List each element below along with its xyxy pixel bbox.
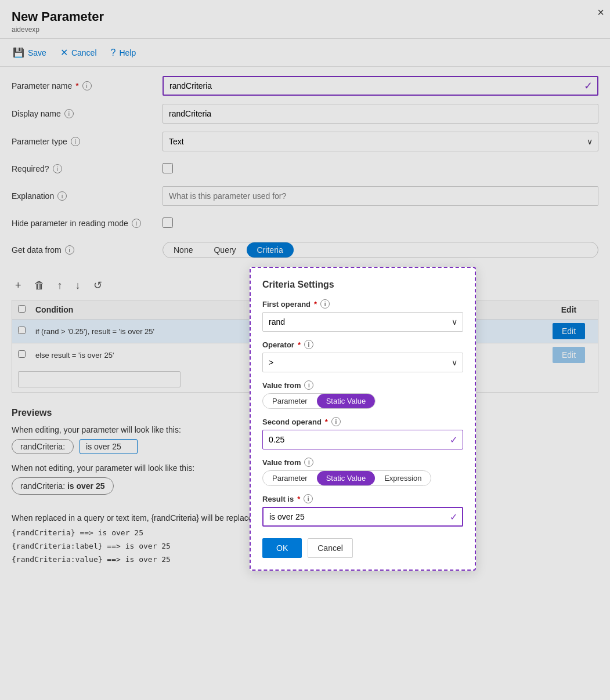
dialog-footer: OK Cancel bbox=[262, 538, 463, 558]
result-check-icon: ✓ bbox=[450, 512, 457, 523]
dialog-cancel-button[interactable]: Cancel bbox=[308, 538, 353, 558]
dialog-title: Criteria Settings bbox=[262, 280, 463, 290]
main-panel: New Parameter aidevexp × 💾 Save ✕ Cancel… bbox=[0, 0, 610, 700]
value-from2-field: Value from i Parameter Static Value Expr… bbox=[262, 458, 463, 486]
value-from2-expression-button[interactable]: Expression bbox=[375, 471, 431, 485]
value-from2-label: Value from i bbox=[262, 458, 463, 467]
value-from1-static-button[interactable]: Static Value bbox=[317, 394, 375, 408]
result-field: Result is * i ✓ bbox=[262, 494, 463, 527]
operator-label: Operator * i bbox=[262, 340, 463, 349]
second-operand-field: Second operand * i ✓ bbox=[262, 417, 463, 449]
value-from2-static-button[interactable]: Static Value bbox=[317, 471, 375, 485]
second-operand-check-icon: ✓ bbox=[450, 434, 457, 445]
second-operand-input[interactable] bbox=[262, 430, 463, 449]
operator-field: Operator * i > < = ∨ bbox=[262, 340, 463, 372]
first-operand-select[interactable]: rand bbox=[262, 312, 463, 332]
value-from1-parameter-button[interactable]: Parameter bbox=[263, 394, 317, 408]
value-from1-field: Value from i Parameter Static Value bbox=[262, 380, 463, 409]
value-from2-toggle: Parameter Static Value Expression bbox=[262, 470, 431, 486]
result-label: Result is * i bbox=[262, 494, 463, 503]
first-operand-label: First operand * i bbox=[262, 299, 463, 309]
second-operand-info-icon[interactable]: i bbox=[331, 417, 341, 426]
value-from2-info-icon[interactable]: i bbox=[304, 458, 313, 467]
dialog-ok-button[interactable]: OK bbox=[262, 538, 302, 558]
criteria-settings-dialog: Criteria Settings First operand * i rand… bbox=[250, 267, 476, 571]
value-from1-label: Value from i bbox=[262, 380, 463, 390]
first-operand-field: First operand * i rand ∨ bbox=[262, 299, 463, 332]
operator-info-icon[interactable]: i bbox=[304, 340, 313, 349]
second-operand-label: Second operand * i bbox=[262, 417, 463, 426]
operator-select[interactable]: > < = bbox=[262, 353, 463, 372]
result-info-icon[interactable]: i bbox=[304, 494, 313, 503]
value-from1-toggle: Parameter Static Value bbox=[262, 393, 376, 409]
result-input[interactable] bbox=[262, 507, 463, 527]
value-from2-parameter-button[interactable]: Parameter bbox=[263, 471, 317, 485]
first-operand-info-icon[interactable]: i bbox=[320, 299, 330, 309]
value-from1-info-icon[interactable]: i bbox=[304, 380, 313, 390]
